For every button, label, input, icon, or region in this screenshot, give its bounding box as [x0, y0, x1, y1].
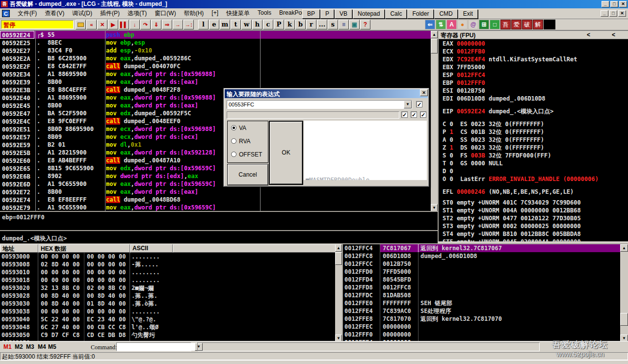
brand-button[interactable]: 解 [533, 20, 543, 29]
chevron-down-icon[interactable]: ▼ [404, 101, 412, 108]
register-line[interactable]: EBP 0012FFF0 [439, 79, 628, 87]
register-line[interactable]: A 0 SS 0023 32位 0(FFFFFFFF) [439, 136, 628, 144]
dump-row[interactable]: 0059301800 00 00 0000 00 00 00........ [0, 276, 342, 284]
disasm-row[interactable]: 00592E24┌$55push ebp [0, 31, 438, 39]
dump-row[interactable]: 0059300802 8D 40 0000 00 00 00-茀..... [0, 260, 342, 268]
memory-tab-m3[interactable]: M3 [26, 343, 34, 350]
scroll-up-icon[interactable]: ▲ [335, 244, 342, 252]
memory-tab-m4[interactable]: M4 [38, 343, 46, 350]
open-file-button[interactable] [76, 20, 86, 29]
stack-row[interactable]: 0012FFE0FFFFFFFFSEH 链尾部 [343, 299, 628, 307]
quick-button[interactable]: CMD [434, 9, 457, 19]
quick-button[interactable]: Notepad [353, 9, 385, 19]
register-line[interactable]: T 0 GS 0000 NULL [439, 159, 628, 167]
result-list[interactable]: ■MASMTDERD00Double [304, 121, 427, 180]
memory-tab-m5[interactable]: M5 [48, 343, 56, 350]
stack-panel[interactable]: 0012FFC47C817067返回到 kernel32.7C817067001… [342, 243, 628, 341]
register-line[interactable]: D 0 [439, 167, 628, 175]
radio-option-va[interactable]: VA [228, 121, 268, 134]
radio-option-rva[interactable]: RVA [228, 134, 268, 148]
up-down-icon[interactable]: ⇅ [436, 20, 446, 29]
stack-row[interactable]: 0012FFD80012FFC8 [343, 284, 628, 291]
disasm-row[interactable]: 00592E74.E8 EF8EEFFFcall dumped_.0048BD6… [0, 196, 438, 204]
disasm-row[interactable]: 00592E25.8BECmov ebp,esp [0, 39, 438, 47]
register-line[interactable]: O 0 LastErr ERROR_INVALID_HANDLE (000000… [439, 175, 628, 183]
step-into-button[interactable]: ↓ [130, 20, 140, 29]
panel-button-l[interactable]: l [198, 20, 209, 29]
register-line[interactable]: EDX 7C92E4F4 ntdll.KiFastSystemCallRet [439, 55, 628, 63]
dump-row[interactable]: 0059302800 8D 40 0000 8D 40 00.茀..茀. [0, 292, 342, 300]
dump-panel[interactable]: 地址 HEX 数据 ASCII 0059300000 00 00 0000 00… [0, 243, 342, 341]
dialog-close-icon[interactable]: ✕ [420, 89, 428, 96]
radio-option-offset[interactable]: OFFSET [228, 148, 268, 161]
registers-panel[interactable]: 寄存器 (FPU) < < EAX 00000000ECX 0012FFB0ED… [438, 30, 628, 241]
menu-item[interactable]: 插件(P) [96, 8, 124, 19]
memory-tab-m1[interactable]: M1 [3, 343, 12, 350]
scroll-down-icon[interactable]: ▼ [335, 335, 342, 341]
menu-item[interactable]: 快捷菜单 [222, 8, 254, 19]
dump-scrollbar[interactable]: ▲ ▼ [335, 244, 342, 341]
letter-a-icon[interactable]: A [446, 20, 457, 29]
options-list-icon[interactable]: ≡ [339, 20, 349, 29]
option-checkbox-2[interactable]: ✓ [411, 111, 417, 118]
appearance-window-icon[interactable]: ▣ [349, 20, 360, 29]
command-input[interactable] [117, 343, 195, 351]
register-line[interactable]: ST1 empty +UNORM 004A 00000000 0012BB68 [439, 207, 628, 214]
stack-scrollbar[interactable]: ▲ ▼ [620, 244, 628, 341]
stack-row[interactable]: 0012FFEC00000000 [343, 323, 628, 331]
quick-button[interactable]: Folder [407, 9, 434, 19]
run-button[interactable]: ▶ [108, 20, 118, 29]
register-line[interactable]: ECX 0012FFB0 [439, 48, 628, 55]
command-combobox[interactable]: ▼ [116, 342, 191, 351]
pause-button[interactable]: ▌▌ [119, 20, 129, 29]
disasm-row[interactable]: 00592E27.83C4 F0add esp,-0x10 [0, 47, 438, 54]
stack-row[interactable]: 0012FFC47C817067返回到 kernel32.7C817067 [343, 244, 628, 252]
stack-row[interactable]: 0012FFD480545BFD [343, 276, 628, 284]
expression-value[interactable]: 00553FFC [227, 101, 404, 108]
ball-icon[interactable]: ● [457, 20, 468, 29]
option-checkbox-1[interactable]: ✓ [401, 111, 408, 118]
register-line[interactable]: ST0 empty +UNORM 401C 7C934029 7C99D600 [439, 199, 628, 207]
panel-button-t[interactable]: t [231, 20, 241, 29]
stack-row[interactable]: 0012FFF000000000 [343, 331, 628, 338]
secondary-field[interactable] [227, 111, 399, 119]
dump-row[interactable]: 0059303800 00 00 0000 00 00 00........ [0, 308, 342, 315]
memory-tab-m2[interactable]: M2 [15, 343, 23, 350]
disasm-row[interactable]: 00592E79.A1 9C655900mov eax,dword ptr ds… [0, 204, 438, 211]
expression-combobox[interactable]: 00553FFC ▼ [227, 100, 412, 109]
stack-row[interactable]: 0012FFE87C817070返回到 kernel32.7C817070 [343, 315, 628, 323]
panel-button-h[interactable]: h [252, 20, 262, 29]
option-checkbox-3[interactable]: ✓ [420, 111, 426, 118]
grid-101-icon[interactable]: ⊞ [479, 20, 489, 29]
menu-item[interactable]: 窗口(W) [151, 8, 180, 19]
disasm-row[interactable]: 00592E39.8B00mov eax,dword ptr ds:[eax] [0, 78, 438, 86]
quick-button[interactable]: Exit [458, 9, 478, 19]
restart-button[interactable]: « [86, 20, 97, 29]
mdi-restore-icon[interactable]: □ [609, 10, 617, 17]
register-line[interactable]: EDI 006D10D8 dumped_.006D10D8 [439, 95, 628, 103]
dump-row[interactable]: 00593050C9 D7 CF C8CD CE DB D8勺先臀圬 [0, 331, 342, 339]
dump-row[interactable]: 0059302032 13 8B C002 00 8B C02■孄¬孄 [0, 284, 342, 292]
mdi-close-icon[interactable]: ✕ [618, 10, 626, 17]
register-line[interactable]: EBX 7FFD5000 [439, 63, 628, 71]
stack-row[interactable]: 0012FFE47C839AC0SE处理程序 [343, 307, 628, 315]
panel-button-b[interactable]: b [295, 20, 306, 29]
dump-row[interactable]: 005930486C 27 40 0000 CB CC C8l'@..颂Ø [0, 323, 342, 331]
panel-button-w[interactable]: w [241, 20, 252, 29]
trace-into-button[interactable]: ⇓ [151, 20, 161, 29]
mdi-minimize-icon[interactable]: _ [601, 10, 608, 17]
radio-icon[interactable] [231, 125, 236, 130]
minimize-icon[interactable]: _ [602, 1, 609, 7]
panel-button-dotdotdot[interactable]: ... [317, 20, 327, 29]
register-line[interactable]: ST5 empty +UNORM 0045 0208004A 00000000 [439, 238, 628, 241]
quick-button[interactable]: BP [302, 9, 320, 19]
register-line[interactable]: ESP 0012FFC4 [439, 71, 628, 79]
mdi-child-icon[interactable]: C [2, 10, 10, 17]
expression-checkbox[interactable]: ✓ [416, 101, 422, 107]
close-icon[interactable]: ✕ [619, 1, 627, 7]
panel-button-r[interactable]: r [306, 20, 316, 29]
back-arrow-icon[interactable]: ⇐ [425, 20, 435, 29]
quick-button[interactable]: VB [335, 9, 352, 19]
panel-button-m[interactable]: m [220, 20, 230, 29]
disasm-row[interactable]: 00592E2F.E8 C842E7FFcall dumped_.004070F… [0, 62, 438, 70]
